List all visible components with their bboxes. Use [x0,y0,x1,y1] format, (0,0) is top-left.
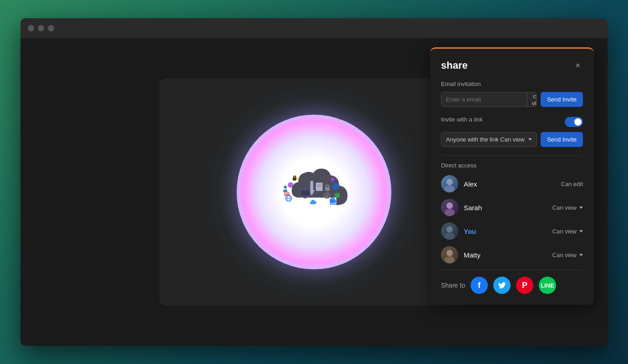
email-input-group: can view [441,92,537,107]
avatar-sarah [441,199,458,216]
link-section-label: Invite with a link [441,116,483,123]
svg-point-29 [445,209,455,216]
user-row-sarah: Sarah Can view [441,199,583,216]
avatar-alex [441,175,458,192]
divider-2 [441,270,583,270]
svg-rect-23 [284,192,289,196]
svg-point-15 [332,183,339,190]
link-send-invite-button[interactable]: Send Invite [541,132,583,147]
link-header: Invite with a link [441,116,583,127]
svg-rect-8 [304,197,307,198]
svg-point-28 [446,202,453,209]
share-panel: share × Email invitation can view Send I… [430,47,594,305]
chevron-down-icon [579,254,583,256]
share-title: share [441,60,468,71]
close-button[interactable]: × [572,61,583,71]
line-share-button[interactable]: LINE [539,277,556,294]
divider-1 [441,155,583,156]
direct-access-label: Direct access [441,162,583,169]
email-permission-dropdown[interactable]: can view [527,92,537,106]
image-card: ! [159,78,469,306]
avatar-matty [441,246,458,263]
user-name-you: You [464,228,547,235]
svg-rect-0 [310,181,314,191]
access-badge-alex: Can edit [561,181,583,187]
twitter-share-button[interactable] [493,277,511,294]
titlebar [20,18,608,38]
svg-rect-2 [316,183,323,191]
user-name-sarah: Sarah [464,204,547,212]
app-window: ! [20,18,608,346]
svg-point-22 [284,186,287,189]
share-header: share × [441,60,583,71]
user-row-matty: Matty Can view [441,246,583,263]
svg-point-26 [446,179,453,185]
cloud-illustration: ! [237,115,391,269]
window-body: ! [20,38,608,346]
cloud-inner: ! [268,147,360,238]
user-name-alex: Alex [464,180,556,188]
svg-point-10 [326,195,328,197]
link-row: Anyone with the link Can view Send Invit… [441,132,583,147]
email-section-label: Email invitation [441,81,583,87]
cloud-svg: ! [273,160,355,224]
link-section: Invite with a link Anyone with the link … [441,116,583,147]
window-dot-3 [48,25,54,31]
chevron-down-icon [579,207,583,209]
pinterest-share-button[interactable]: P [516,277,533,294]
user-row-you: You Can view [441,222,583,240]
window-dot-2 [38,25,44,31]
access-badge-you[interactable]: Can view [552,228,583,235]
share-to-label: Share to [441,282,465,289]
facebook-share-button[interactable]: f [471,277,488,294]
link-permission-dropdown[interactable]: Anyone with the link Can view [441,132,537,147]
svg-point-30 [446,226,453,233]
svg-point-32 [446,250,453,256]
email-input[interactable] [441,92,527,106]
window-dot-1 [28,25,34,31]
access-badge-matty[interactable]: Can view [552,252,583,258]
svg-point-33 [445,256,455,263]
link-toggle[interactable] [565,117,583,127]
chevron-down-icon [528,138,532,141]
email-send-invite-button[interactable]: Send Invite [541,92,583,107]
svg-rect-5 [325,187,330,191]
svg-rect-7 [301,190,310,196]
user-name-matty: Matty [464,251,547,259]
chevron-down-icon [579,230,583,233]
user-row-alex: Alex Can edit [441,175,583,192]
svg-point-27 [445,185,455,192]
email-row: can view Send Invite [441,92,583,107]
share-to-row: Share to f P LINE [441,277,583,294]
svg-point-31 [445,233,455,240]
access-badge-sarah[interactable]: Can view [552,204,583,211]
svg-rect-17 [293,177,296,181]
avatar-you [441,222,458,240]
